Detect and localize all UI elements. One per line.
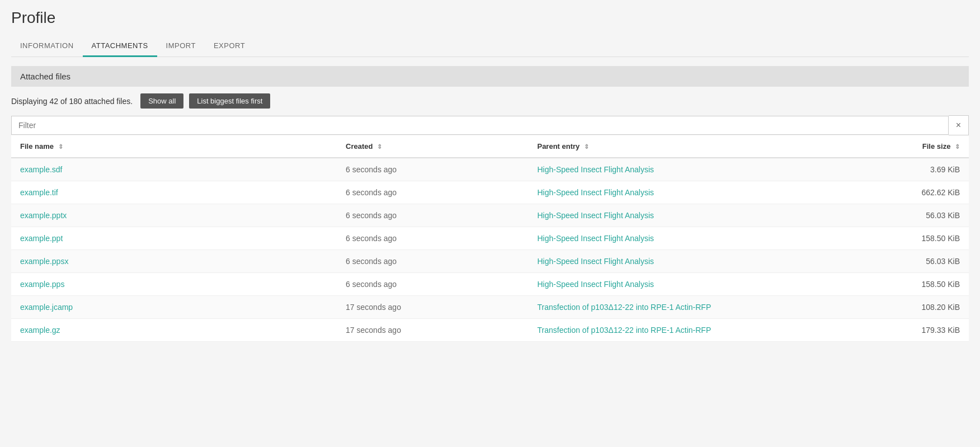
table-row: example.tif6 seconds agoHigh-Speed Insec…	[11, 181, 969, 204]
table-row: example.ppsx6 seconds agoHigh-Speed Inse…	[11, 250, 969, 273]
cell-filesize: 662.62 KiB	[873, 181, 969, 204]
cell-filesize: 158.50 KiB	[873, 227, 969, 250]
sort-icon-filesize: ⇕	[955, 143, 960, 150]
col-header-parent[interactable]: Parent entry ⇕	[528, 135, 873, 158]
cell-created: 6 seconds ago	[337, 204, 528, 227]
tab-import[interactable]: IMPORT	[157, 36, 205, 57]
cell-filesize: 158.50 KiB	[873, 273, 969, 296]
parent-entry-link[interactable]: High-Speed Insect Flight Analysis	[537, 280, 654, 289]
tabs-nav: INFORMATION ATTACHMENTS IMPORT EXPORT	[11, 36, 969, 57]
filename-link[interactable]: example.pptx	[20, 211, 67, 220]
table-row: example.ppt6 seconds agoHigh-Speed Insec…	[11, 227, 969, 250]
filename-link[interactable]: example.pps	[20, 280, 64, 289]
parent-entry-link[interactable]: High-Speed Insect Flight Analysis	[537, 257, 654, 266]
tab-export[interactable]: EXPORT	[205, 36, 254, 57]
cell-filename: example.pptx	[11, 204, 337, 227]
parent-entry-link[interactable]: High-Speed Insect Flight Analysis	[537, 211, 654, 220]
col-label-filesize: File size	[922, 142, 951, 150]
cell-parent: High-Speed Insect Flight Analysis	[528, 204, 873, 227]
cell-filesize: 179.33 KiB	[873, 319, 969, 342]
show-all-button[interactable]: Show all	[140, 93, 183, 109]
cell-filename: example.gz	[11, 319, 337, 342]
display-count-text: Displaying 42 of 180 attached files.	[11, 97, 133, 106]
cell-parent: Transfection of p103Δ12-22 into RPE-1 Ac…	[528, 319, 873, 342]
cell-parent: High-Speed Insect Flight Analysis	[528, 181, 873, 204]
cell-filename: example.sdf	[11, 158, 337, 181]
page-title: Profile	[11, 9, 969, 27]
col-label-parent: Parent entry	[537, 142, 579, 150]
cell-filesize: 108.20 KiB	[873, 296, 969, 319]
cell-created: 17 seconds ago	[337, 296, 528, 319]
filter-row: ×	[11, 115, 969, 135]
cell-filename: example.jcamp	[11, 296, 337, 319]
cell-parent: High-Speed Insect Flight Analysis	[528, 227, 873, 250]
col-header-created[interactable]: Created ⇕	[337, 135, 528, 158]
filename-link[interactable]: example.sdf	[20, 165, 62, 174]
cell-created: 6 seconds ago	[337, 158, 528, 181]
cell-parent: High-Speed Insect Flight Analysis	[528, 158, 873, 181]
parent-entry-link[interactable]: Transfection of p103Δ12-22 into RPE-1 Ac…	[537, 326, 711, 335]
cell-parent: High-Speed Insect Flight Analysis	[528, 273, 873, 296]
section-title: Attached files	[20, 72, 70, 81]
cell-created: 6 seconds ago	[337, 250, 528, 273]
table-row: example.jcamp17 seconds agoTransfection …	[11, 296, 969, 319]
cell-filesize: 56.03 KiB	[873, 204, 969, 227]
section-header: Attached files	[11, 66, 969, 87]
cell-filename: example.pps	[11, 273, 337, 296]
cell-filename: example.ppsx	[11, 250, 337, 273]
parent-entry-link[interactable]: High-Speed Insect Flight Analysis	[537, 165, 654, 174]
list-biggest-button[interactable]: List biggest files first	[189, 93, 270, 109]
tab-attachments[interactable]: ATTACHMENTS	[83, 36, 157, 57]
filename-link[interactable]: example.gz	[20, 326, 60, 335]
sort-icon-parent: ⇕	[584, 143, 589, 150]
sort-icon-created: ⇕	[377, 143, 382, 150]
filter-clear-button[interactable]: ×	[949, 115, 969, 135]
cell-parent: High-Speed Insect Flight Analysis	[528, 250, 873, 273]
filename-link[interactable]: example.ppt	[20, 234, 63, 243]
close-icon: ×	[956, 120, 961, 130]
cell-parent: Transfection of p103Δ12-22 into RPE-1 Ac…	[528, 296, 873, 319]
filename-link[interactable]: example.tif	[20, 188, 58, 197]
filename-link[interactable]: example.jcamp	[20, 303, 73, 312]
cell-filename: example.tif	[11, 181, 337, 204]
table-header-row: File name ⇕ Created ⇕ Parent entry ⇕ F	[11, 135, 969, 158]
filter-input[interactable]	[11, 116, 949, 135]
col-header-filesize[interactable]: File size ⇕	[873, 135, 969, 158]
table-row: example.pps6 seconds agoHigh-Speed Insec…	[11, 273, 969, 296]
files-table: File name ⇕ Created ⇕ Parent entry ⇕ F	[11, 135, 969, 342]
table-row: example.gz17 seconds agoTransfection of …	[11, 319, 969, 342]
col-label-created: Created	[346, 142, 373, 150]
cell-filename: example.ppt	[11, 227, 337, 250]
parent-entry-link[interactable]: High-Speed Insect Flight Analysis	[537, 234, 654, 243]
toolbar: Displaying 42 of 180 attached files. Sho…	[11, 87, 969, 115]
tab-information[interactable]: INFORMATION	[11, 36, 83, 57]
table-row: example.sdf6 seconds agoHigh-Speed Insec…	[11, 158, 969, 181]
page-container: Profile INFORMATION ATTACHMENTS IMPORT E…	[0, 0, 980, 447]
parent-entry-link[interactable]: Transfection of p103Δ12-22 into RPE-1 Ac…	[537, 303, 711, 312]
sort-icon-filename: ⇕	[58, 143, 63, 150]
table-row: example.pptx6 seconds agoHigh-Speed Inse…	[11, 204, 969, 227]
filename-link[interactable]: example.ppsx	[20, 257, 68, 266]
cell-filesize: 56.03 KiB	[873, 250, 969, 273]
cell-created: 6 seconds ago	[337, 273, 528, 296]
cell-created: 6 seconds ago	[337, 181, 528, 204]
col-header-filename[interactable]: File name ⇕	[11, 135, 337, 158]
cell-created: 6 seconds ago	[337, 227, 528, 250]
cell-created: 17 seconds ago	[337, 319, 528, 342]
col-label-filename: File name	[20, 142, 54, 150]
content-area: Attached files Displaying 42 of 180 atta…	[11, 66, 969, 342]
cell-filesize: 3.69 KiB	[873, 158, 969, 181]
files-table-container: File name ⇕ Created ⇕ Parent entry ⇕ F	[11, 135, 969, 342]
parent-entry-link[interactable]: High-Speed Insect Flight Analysis	[537, 188, 654, 197]
